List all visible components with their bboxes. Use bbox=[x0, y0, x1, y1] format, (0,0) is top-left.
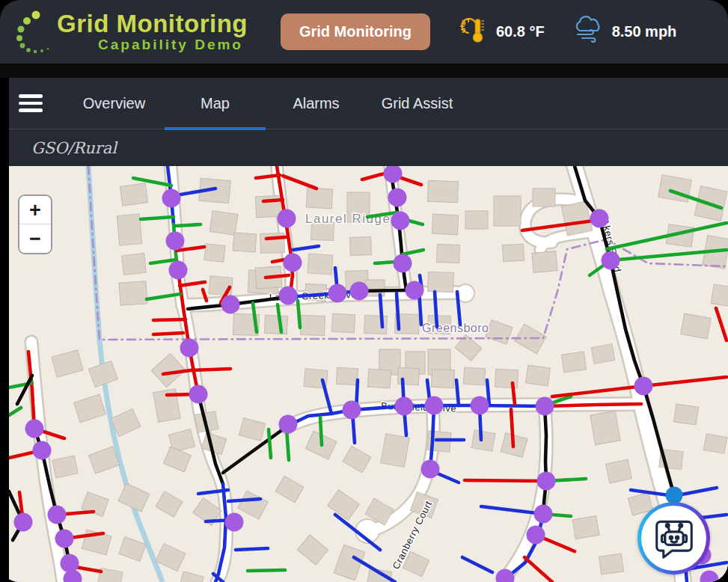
app-logo: Grid Monitoring Capability Demo bbox=[10, 6, 248, 58]
grid-node[interactable] bbox=[55, 530, 74, 548]
building bbox=[572, 515, 599, 539]
power-line-b bbox=[456, 380, 459, 405]
building bbox=[331, 313, 355, 333]
building bbox=[264, 315, 287, 334]
logo-subtitle: Capability Demo bbox=[98, 37, 248, 53]
building bbox=[428, 180, 459, 202]
building bbox=[599, 554, 623, 575]
grid-node[interactable] bbox=[189, 385, 208, 404]
power-line-g bbox=[375, 262, 395, 263]
logo-dots-swoosh-icon bbox=[10, 6, 54, 58]
wind-readout: 8.50 mph bbox=[573, 16, 677, 48]
grid-node[interactable] bbox=[471, 396, 489, 415]
power-line-g bbox=[141, 217, 174, 219]
grid-node[interactable] bbox=[166, 232, 185, 251]
building bbox=[306, 188, 332, 209]
wind-speed-value: 8.50 mph bbox=[612, 23, 677, 40]
building bbox=[204, 244, 225, 263]
grid-node[interactable] bbox=[279, 415, 298, 434]
grid-node[interactable] bbox=[328, 284, 347, 303]
grid-node[interactable] bbox=[395, 397, 414, 416]
grid-node[interactable] bbox=[279, 287, 298, 305]
building bbox=[336, 367, 358, 385]
grid-node[interactable] bbox=[48, 506, 67, 524]
building bbox=[463, 367, 485, 385]
grid-node[interactable] bbox=[534, 505, 553, 524]
grid-node[interactable] bbox=[33, 441, 52, 460]
chat-assistant-button[interactable] bbox=[637, 502, 710, 575]
power-line-g bbox=[298, 301, 300, 328]
content-shell: Overview Map Alarms Grid Assist GSO/Rura… bbox=[9, 78, 728, 582]
power-line-b bbox=[435, 292, 437, 327]
power-line-r bbox=[511, 409, 513, 447]
building bbox=[119, 281, 147, 305]
building bbox=[432, 214, 458, 235]
grid-node[interactable] bbox=[25, 420, 44, 438]
building bbox=[428, 272, 454, 292]
grid-node[interactable] bbox=[421, 460, 440, 479]
grid-monitoring-button[interactable]: Grid Monitoring bbox=[281, 13, 430, 50]
grid-node[interactable] bbox=[634, 377, 653, 396]
grid-node[interactable] bbox=[343, 401, 361, 420]
tab-overview[interactable]: Overview bbox=[64, 78, 165, 129]
building bbox=[495, 369, 518, 388]
grid-node[interactable] bbox=[536, 397, 554, 416]
building bbox=[122, 254, 147, 275]
thermometer-sun-icon bbox=[459, 15, 489, 49]
building bbox=[120, 183, 147, 206]
building bbox=[525, 365, 550, 386]
hamburger-menu-icon[interactable] bbox=[19, 94, 43, 112]
grid-node[interactable] bbox=[527, 526, 545, 545]
building bbox=[673, 404, 698, 425]
power-line-g bbox=[320, 417, 322, 445]
zoom-out-button[interactable]: − bbox=[19, 224, 51, 253]
robot-chatbot-icon bbox=[651, 514, 697, 563]
grid-node[interactable] bbox=[350, 282, 369, 301]
power-line-r bbox=[153, 319, 186, 320]
power-line-r bbox=[266, 237, 286, 239]
grid-node[interactable] bbox=[394, 254, 412, 273]
building bbox=[532, 251, 557, 273]
grid-node[interactable] bbox=[169, 261, 188, 280]
building bbox=[233, 233, 257, 252]
building bbox=[703, 434, 727, 454]
grid-node[interactable] bbox=[602, 251, 620, 270]
grid-node[interactable] bbox=[162, 189, 181, 208]
power-line-b bbox=[236, 548, 268, 550]
grid-node[interactable] bbox=[388, 189, 407, 207]
grid-node[interactable] bbox=[180, 339, 199, 358]
building bbox=[590, 411, 620, 444]
grid-map[interactable]: Laurel RidgeGreensboroLaurel Creek Drive… bbox=[9, 166, 728, 582]
building bbox=[381, 434, 409, 468]
app-header: Grid Monitoring Capability Demo Grid Mon… bbox=[0, 0, 728, 64]
grid-node[interactable] bbox=[278, 209, 296, 228]
building bbox=[533, 189, 555, 206]
header-divider-strip bbox=[0, 64, 728, 78]
building bbox=[502, 244, 524, 261]
power-line-r bbox=[153, 333, 183, 334]
map-canvas[interactable]: Laurel RidgeGreensboroLaurel Creek Drive… bbox=[9, 166, 728, 582]
grid-node[interactable] bbox=[406, 281, 424, 300]
building bbox=[431, 369, 454, 388]
grid-node[interactable] bbox=[537, 472, 556, 491]
grid-node[interactable] bbox=[391, 212, 410, 230]
map-label: Greensboro bbox=[422, 322, 489, 334]
grid-node[interactable] bbox=[14, 513, 33, 532]
grid-node[interactable] bbox=[425, 396, 444, 415]
grid-node[interactable] bbox=[590, 209, 609, 228]
zoom-in-button[interactable]: + bbox=[19, 196, 51, 224]
grid-node[interactable] bbox=[61, 554, 79, 573]
grid-node[interactable] bbox=[284, 254, 302, 272]
building bbox=[308, 254, 333, 275]
tab-map[interactable]: Map bbox=[165, 78, 266, 129]
power-line-r bbox=[513, 383, 515, 404]
tab-alarms[interactable]: Alarms bbox=[266, 78, 367, 129]
building bbox=[117, 214, 141, 245]
grid-node[interactable] bbox=[221, 295, 240, 314]
building bbox=[591, 344, 614, 364]
tab-grid-assist[interactable]: Grid Assist bbox=[367, 78, 468, 129]
grid-node[interactable] bbox=[225, 513, 244, 532]
logo-title: Grid Monitoring bbox=[57, 11, 248, 37]
building bbox=[350, 237, 372, 256]
power-line-r bbox=[545, 404, 641, 406]
